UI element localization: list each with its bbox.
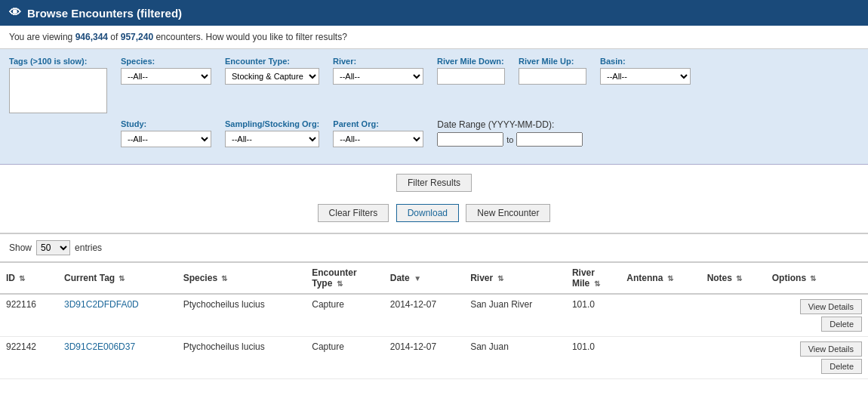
id-sort-icon: ⇅	[19, 274, 25, 283]
encounter-type-group: Encounter Type: --All-- Stocking & Captu…	[225, 57, 319, 85]
delete-button[interactable]: Delete	[821, 359, 862, 374]
table-row: 9221163D91C2DFDFA0DPtychocheilus luciusC…	[0, 294, 868, 337]
river-mile-up-group: River Mile Up:	[519, 57, 586, 85]
river-mile-sort-icon: ⇅	[594, 280, 600, 288]
cell-species: Ptychocheilus lucius	[177, 294, 306, 337]
sampling-org-select[interactable]: --All--	[225, 131, 319, 147]
basin-label: Basin:	[600, 57, 691, 66]
cell-current-tag-link[interactable]: 3D91C2E006D37	[64, 341, 135, 352]
tags-label: Tags (>100 is slow):	[9, 57, 107, 66]
info-total-text: of	[108, 32, 121, 42]
date-range-label: Date Range (YYYY-MM-DD):	[437, 119, 583, 130]
tags-group: Tags (>100 is slow):	[9, 57, 107, 113]
cell-id: 922116	[0, 294, 58, 337]
parent-org-select[interactable]: --All--	[333, 131, 423, 147]
river-mile-down-label: River Mile Down:	[437, 57, 505, 66]
view-details-button[interactable]: View Details	[800, 341, 862, 357]
cell-antenna	[620, 294, 700, 337]
encounter-type-label: Encounter Type:	[225, 57, 319, 66]
basin-select[interactable]: --All--	[600, 68, 691, 85]
species-sort-icon: ⇅	[221, 274, 227, 283]
cell-current-tag[interactable]: 3D91C2E006D37	[58, 337, 177, 379]
basin-group: Basin: --All--	[600, 57, 691, 85]
page-header: 👁 Browse Encounters (filtered)	[0, 0, 868, 26]
cell-current-tag-link[interactable]: 3D91C2DFDFA0D	[64, 299, 139, 310]
cell-river-mile: 101.0	[566, 337, 620, 379]
show-entries: Show 10 25 50 100 entries	[0, 234, 868, 261]
col-options[interactable]: Options ⇅	[766, 262, 868, 294]
col-current-tag[interactable]: Current Tag ⇅	[58, 262, 177, 294]
study-label: Study:	[121, 119, 211, 128]
info-bar: You are viewing 946,344 of 957,240 encou…	[0, 26, 868, 49]
cell-notes	[701, 294, 766, 337]
info-total-count: 957,240	[121, 32, 153, 42]
page-title: Browse Encounters (filtered)	[27, 7, 182, 20]
cell-river: San Juan	[464, 337, 566, 379]
river-mile-up-label: River Mile Up:	[519, 57, 586, 66]
filter-area: Tags (>100 is slow): Species: --All-- En…	[0, 49, 868, 165]
river-group: River: --All--	[333, 57, 423, 85]
study-select[interactable]: --All--	[121, 131, 211, 147]
river-sort-icon: ⇅	[497, 274, 503, 283]
encounter-type-sort-icon: ⇅	[337, 280, 343, 288]
river-mile-down-input[interactable]	[437, 68, 505, 85]
action-buttons-row: Clear Filters Download New Encounter	[0, 198, 868, 233]
filter-button-row: Filter Results	[0, 165, 868, 198]
delete-button[interactable]: Delete	[821, 317, 862, 332]
species-select[interactable]: --All--	[121, 68, 211, 85]
notes-sort-icon: ⇅	[736, 274, 742, 283]
river-mile-up-input[interactable]	[519, 68, 586, 85]
col-notes[interactable]: Notes ⇅	[701, 262, 766, 294]
cell-encounter-type: Capture	[306, 337, 384, 379]
encounter-type-select[interactable]: --All-- Stocking & Capture Capture Stock…	[225, 68, 319, 85]
info-suffix: encounters. How would you like to filter…	[153, 32, 347, 42]
cell-species: Ptychocheilus lucius	[177, 337, 306, 379]
view-details-button[interactable]: View Details	[800, 299, 862, 314]
options-sort-icon: ⇅	[810, 274, 816, 283]
current-tag-sort-icon: ⇅	[119, 274, 125, 283]
clear-filters-button[interactable]: Clear Filters	[318, 204, 389, 222]
col-date[interactable]: Date ▼	[384, 262, 464, 294]
cell-id: 922142	[0, 337, 58, 379]
col-river[interactable]: River ⇅	[464, 262, 566, 294]
filter-results-button[interactable]: Filter Results	[396, 174, 472, 192]
col-antenna[interactable]: Antenna ⇅	[620, 262, 700, 294]
cell-date: 2014-12-07	[384, 294, 464, 337]
species-group: Species: --All--	[121, 57, 211, 85]
download-button[interactable]: Download	[396, 204, 459, 222]
tags-input[interactable]	[9, 68, 107, 113]
col-encounter-type[interactable]: EncounterType ⇅	[306, 262, 384, 294]
entries-select[interactable]: 10 25 50 100	[36, 240, 70, 255]
eye-icon: 👁	[9, 6, 21, 20]
table-row: 9221423D91C2E006D37Ptychocheilus luciusC…	[0, 337, 868, 379]
sampling-org-label: Sampling/Stocking Org:	[225, 119, 319, 128]
river-select[interactable]: --All--	[333, 68, 423, 85]
parent-org-group: Parent Org: --All--	[333, 119, 423, 147]
col-river-mile[interactable]: RiverMile ⇅	[566, 262, 620, 294]
entries-label: entries	[75, 242, 102, 253]
cell-river-mile: 101.0	[566, 294, 620, 337]
cell-river: San Juan River	[464, 294, 566, 337]
table-header-row: ID ⇅ Current Tag ⇅ Species ⇅ EncounterTy…	[0, 262, 868, 294]
sampling-org-group: Sampling/Stocking Org: --All--	[225, 119, 319, 147]
species-label: Species:	[121, 57, 211, 66]
cell-encounter-type: Capture	[306, 294, 384, 337]
date-to-separator: to	[506, 135, 513, 144]
cell-date: 2014-12-07	[384, 337, 464, 379]
new-encounter-button[interactable]: New Encounter	[466, 204, 550, 222]
col-species[interactable]: Species ⇅	[177, 262, 306, 294]
date-to-input[interactable]	[516, 132, 583, 147]
cell-options: View DetailsDelete	[766, 294, 868, 337]
info-viewing-text: You are viewing	[9, 32, 75, 42]
river-mile-down-group: River Mile Down:	[437, 57, 505, 85]
cell-options: View DetailsDelete	[766, 337, 868, 379]
encounters-table: ID ⇅ Current Tag ⇅ Species ⇅ EncounterTy…	[0, 261, 868, 379]
date-sort-icon: ▼	[414, 274, 421, 283]
date-from-input[interactable]	[437, 132, 503, 147]
study-group: Study: --All--	[121, 119, 211, 147]
parent-org-label: Parent Org:	[333, 119, 423, 128]
col-id[interactable]: ID ⇅	[0, 262, 58, 294]
cell-current-tag[interactable]: 3D91C2DFDFA0D	[58, 294, 177, 337]
date-range-group: Date Range (YYYY-MM-DD): to	[437, 119, 583, 147]
show-label: Show	[9, 242, 32, 253]
